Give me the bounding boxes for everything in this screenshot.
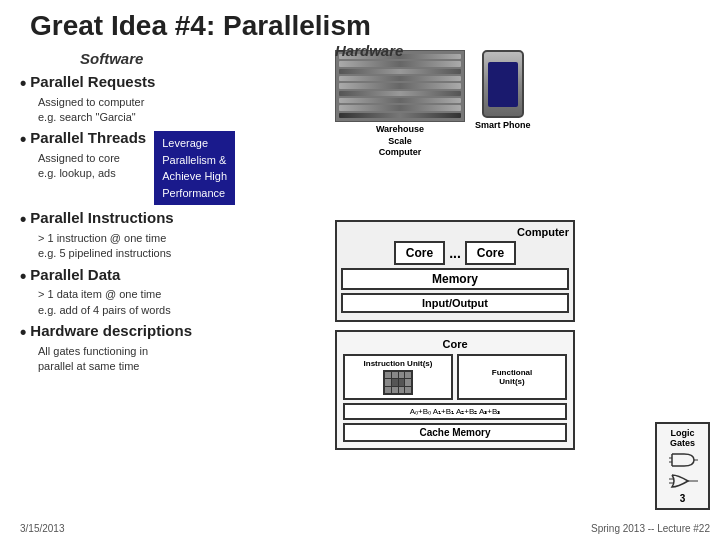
bullet-sub-2b: e.g. lookup, ads	[38, 166, 146, 181]
cores-ellipsis: ...	[449, 245, 461, 261]
bullet-dot-3: •	[20, 209, 26, 231]
phone-screen	[488, 62, 518, 107]
core-inner-row: Instruction Unit(s) Functional Unit(s)	[343, 354, 567, 400]
functional-unit-box: Functional Unit(s)	[457, 354, 567, 400]
bullet-label-3: Parallel Instructions	[30, 209, 173, 226]
bullet-label-1: Parallel Requests	[30, 73, 155, 90]
core-detail-header: Core	[343, 338, 567, 350]
bullet-sub-1a: Assigned to computer	[38, 95, 325, 110]
chip-graphic	[383, 370, 413, 395]
bullet-parallel-requests: • Parallel Requests Assigned to computer…	[20, 73, 325, 125]
bullet-sub-1b: e.g. search "Garcia"	[38, 110, 325, 125]
smart-phone-label: Smart Phone	[475, 120, 531, 132]
left-panel: Software • Parallel Requests Assigned to…	[20, 50, 330, 520]
highlight-leverage: Leverage Parallelism & Achieve High Perf…	[154, 131, 235, 205]
computer-diagram: Computer Core ... Core Memory Input/Outp…	[335, 220, 575, 322]
slide-title: Great Idea #4: Parallelism	[20, 10, 700, 42]
hardware-header: Hardware	[335, 42, 403, 59]
bullet-sub-3b: e.g. 5 pipelined instructions	[38, 246, 325, 261]
content-area: Software • Parallel Requests Assigned to…	[20, 50, 700, 520]
io-box: Input/Output	[341, 293, 569, 313]
warehouse-label: Warehouse Scale Computer	[376, 124, 424, 159]
or-gate-icon	[668, 472, 698, 490]
bullet-sub-3a: > 1 instruction @ one time	[38, 231, 325, 246]
bullet-main-4: • Parallel Data	[20, 266, 325, 288]
bullet-sub-5b: parallel at same time	[38, 359, 325, 374]
logic-gates-label: Logic Gates	[661, 428, 704, 448]
and-gate-icon	[668, 451, 698, 469]
bullet-label-4: Parallel Data	[30, 266, 120, 283]
footer: 3/15/2013 Spring 2013 -- Lecture #22	[20, 523, 710, 534]
server-rack-image	[335, 50, 465, 122]
bullet-main-3: • Parallel Instructions	[20, 209, 325, 231]
bullet-label-2: Parallel Threads	[30, 129, 146, 146]
functional-unit-label: Functional Unit(s)	[462, 368, 562, 386]
memory-box: Memory	[341, 268, 569, 290]
bullet-main-2: • Parallel Threads	[20, 129, 146, 151]
computer-label: Computer	[341, 226, 569, 238]
data-row: A₀+B₀ A₁+B₁ A₂+B₂ A₃+B₃	[343, 403, 567, 420]
bullet-main-5: • Hardware descriptions	[20, 322, 325, 344]
core-box-left: Core	[394, 241, 445, 265]
bullet-hardware-desc: • Hardware descriptions All gates functi…	[20, 322, 325, 374]
bullet-label-5: Hardware descriptions	[30, 322, 192, 339]
bullet-sub-2a: Assigned to core	[38, 151, 146, 166]
right-panel: Hardware Warehouse Scale Computer	[330, 50, 700, 520]
bullet-sub-4b: e.g. add of 4 pairs of words	[38, 303, 325, 318]
footer-course: Spring 2013 -- Lecture #22	[591, 523, 710, 534]
gate-symbols: 3	[661, 451, 704, 504]
instruction-unit-box: Instruction Unit(s)	[343, 354, 453, 400]
bullet-parallel-instructions: • Parallel Instructions > 1 instruction …	[20, 209, 325, 261]
core-box-right: Core	[465, 241, 516, 265]
bullet-dot-1: •	[20, 73, 26, 95]
phone-container: Smart Phone	[475, 50, 531, 132]
bullet-dot-4: •	[20, 266, 26, 288]
software-header: Software	[80, 50, 143, 67]
phone-image	[482, 50, 524, 118]
bullet-main-1: • Parallel Requests	[20, 73, 325, 95]
bullet-parallel-data: • Parallel Data > 1 data item @ one time…	[20, 266, 325, 318]
cache-memory-box: Cache Memory	[343, 423, 567, 442]
logic-gates-number: 3	[680, 493, 686, 504]
bullet-parallel-threads: • Parallel Threads Assigned to core e.g.…	[20, 129, 325, 205]
core-detail: Core Instruction Unit(s)	[335, 330, 575, 450]
slide: Great Idea #4: Parallelism Software • Pa…	[0, 0, 720, 540]
warehouse-container: Warehouse Scale Computer	[335, 50, 465, 159]
instruction-unit-label: Instruction Unit(s)	[364, 359, 433, 368]
bullet-sub-5a: All gates functioning in	[38, 344, 325, 359]
bullet-dot-5: •	[20, 322, 26, 344]
cores-row: Core ... Core	[341, 241, 569, 265]
bullet-dot-2: •	[20, 129, 26, 151]
footer-date: 3/15/2013	[20, 523, 65, 534]
logic-gates-box: Logic Gates 3	[655, 422, 710, 510]
section-headers: Software	[20, 50, 325, 67]
bullet-sub-4a: > 1 data item @ one time	[38, 287, 325, 302]
